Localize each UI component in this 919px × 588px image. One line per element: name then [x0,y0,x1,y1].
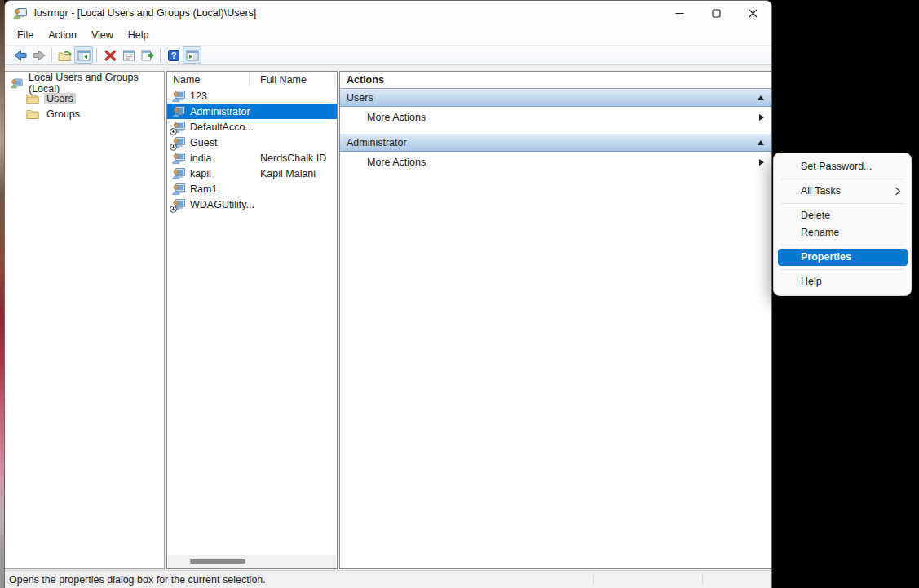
actions-section-header-administrator[interactable]: Administrator [340,134,772,152]
user-disabled-icon [172,121,185,134]
folder-icon [26,93,39,104]
menu-item-help[interactable]: Help [774,273,911,290]
column-divider[interactable] [249,73,250,86]
window-controls [661,1,771,25]
table-row[interactable]: WDAGUtility... [167,197,337,212]
menu-item-all-tasks[interactable]: All Tasks [774,183,911,200]
tree-root-label: Local Users and Groups (Local) [29,72,164,95]
user-icon [172,105,185,118]
disabled-badge-icon [170,206,177,213]
user-icon [172,183,185,196]
console-tree-pane: Local Users and Groups (Local) Users Gro… [4,71,165,569]
section-gap [340,128,772,134]
column-divider[interactable] [334,73,335,86]
lusrmgr-app-icon [13,6,28,20]
export-list-icon[interactable] [138,46,157,64]
user-name: kapil [190,168,211,179]
menu-action[interactable]: Action [41,27,84,43]
menu-item-label: Rename [801,227,839,238]
status-text: Opens the properties dialog box for the … [9,574,266,586]
status-bar: Opens the properties dialog box for the … [5,570,771,588]
user-name: Administrator [190,106,250,117]
user-name: Guest [190,137,217,148]
more-actions-administrator[interactable]: More Actions [340,152,772,173]
up-one-level-icon[interactable] [55,46,74,64]
tree-root-local-users-and-groups[interactable]: Local Users and Groups (Local) [5,75,164,91]
statusbar-divider [593,574,594,585]
horizontal-scrollbar[interactable] [168,555,336,568]
user-icon [172,152,185,165]
menu-item-label: Help [801,276,822,287]
folder-icon [26,108,39,120]
properties-icon[interactable] [119,46,138,64]
column-header-full-name[interactable]: Full Name [249,74,307,86]
toolbar-separator [96,48,97,62]
list-header: Name Full Name [167,72,337,88]
actions-section-administrator: Administrator More Actions [340,134,772,173]
delete-icon[interactable] [100,46,119,64]
content-area: Local Users and Groups (Local) Users Gro… [5,65,771,570]
table-row[interactable]: Guest [167,135,337,150]
menu-file[interactable]: File [10,27,41,43]
toolbar: ? [5,45,771,65]
users-list-pane: Name Full Name 123 Administrator [166,71,338,569]
menu-item-label: Properties [801,251,851,263]
menu-separator [781,203,904,204]
toolbar-separator [51,48,52,62]
user-full-name: Kapil Malani [260,168,316,179]
table-row[interactable]: Ram1 [167,181,337,197]
menu-separator [781,179,904,179]
menu-separator [781,245,904,245]
menu-item-properties[interactable]: Properties [778,249,908,266]
column-header-name[interactable]: Name [167,74,249,86]
sidebar-item-groups[interactable]: Groups [26,107,164,122]
toolbar-separator [160,48,161,62]
desktop: { "titlebar": { "title": "lusrmgr - [Loc… [0,0,919,588]
collapse-icon[interactable] [758,140,764,145]
table-row[interactable]: DefaultAcco... [167,119,337,135]
more-actions-users[interactable]: More Actions [340,107,772,128]
actions-section-users: Users More Actions [340,89,772,128]
show-hide-console-tree-icon[interactable] [74,46,93,64]
back-icon[interactable] [11,46,29,64]
actions-pane-title: Actions [340,72,772,89]
menu-item-set-password[interactable]: Set Password... [774,158,911,175]
menu-item-label: Delete [801,210,830,221]
section-header-label: Users [347,92,373,104]
submenu-arrow-icon [759,114,764,121]
titlebar: lusrmgr - [Local Users and Groups (Local… [5,1,771,25]
menu-item-delete[interactable]: Delete [774,207,911,224]
menu-separator [781,269,904,270]
table-row[interactable]: kapil Kapil Malani [167,166,337,181]
table-row[interactable]: india NerdsChalk ID [167,150,337,166]
actions-section-header-users[interactable]: Users [340,89,772,107]
chevron-right-icon [895,187,901,196]
user-disabled-icon [172,136,185,149]
statusbar-divider [702,574,703,585]
help-icon[interactable]: ? [164,46,183,64]
forward-icon[interactable] [29,46,48,64]
computer-users-icon [10,77,24,90]
section-header-label: Administrator [347,137,407,148]
actions-pane: Actions Users More Actions Administrator [339,71,772,569]
table-row[interactable]: 123 [167,88,337,104]
close-icon[interactable] [735,1,771,25]
sidebar-item-label: Users [44,93,76,104]
scrollbar-thumb[interactable] [190,559,245,564]
context-menu: Set Password... All Tasks Delete Rename … [773,153,912,296]
user-name: india [190,153,211,164]
show-hide-action-pane-icon[interactable] [183,46,201,64]
table-row-selected[interactable]: Administrator [167,104,337,119]
menubar: File Action View Help [5,25,771,45]
lusrmgr-window: lusrmgr - [Local Users and Groups (Local… [4,0,772,588]
menu-item-rename[interactable]: Rename [774,224,911,241]
user-disabled-icon [172,198,185,211]
window-title: lusrmgr - [Local Users and Groups (Local… [34,7,256,19]
minimize-icon[interactable] [661,1,698,25]
more-actions-label: More Actions [367,112,426,123]
menu-help[interactable]: Help [121,27,157,43]
menu-view[interactable]: View [84,27,121,43]
user-icon [172,167,185,180]
collapse-icon[interactable] [758,95,764,100]
maximize-icon[interactable] [698,1,735,25]
